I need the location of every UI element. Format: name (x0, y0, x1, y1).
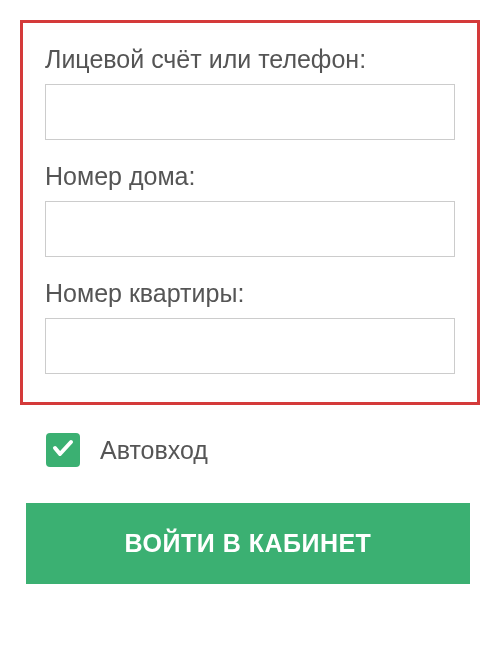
login-form-highlighted: Лицевой счёт или телефон: Номер дома: Но… (20, 20, 480, 405)
apartment-input[interactable] (45, 318, 455, 374)
field-group-apartment: Номер квартиры: (45, 279, 455, 374)
autologin-checkbox[interactable] (46, 433, 80, 467)
account-label: Лицевой счёт или телефон: (45, 45, 455, 74)
apartment-label: Номер квартиры: (45, 279, 455, 308)
account-input[interactable] (45, 84, 455, 140)
autologin-label: Автовход (100, 436, 208, 465)
field-group-house: Номер дома: (45, 162, 455, 257)
field-group-account: Лицевой счёт или телефон: (45, 45, 455, 140)
autologin-row: Автовход (20, 433, 480, 467)
login-button[interactable]: ВОЙТИ В КАБИНЕТ (26, 503, 470, 584)
house-input[interactable] (45, 201, 455, 257)
house-label: Номер дома: (45, 162, 455, 191)
check-icon (51, 436, 75, 464)
